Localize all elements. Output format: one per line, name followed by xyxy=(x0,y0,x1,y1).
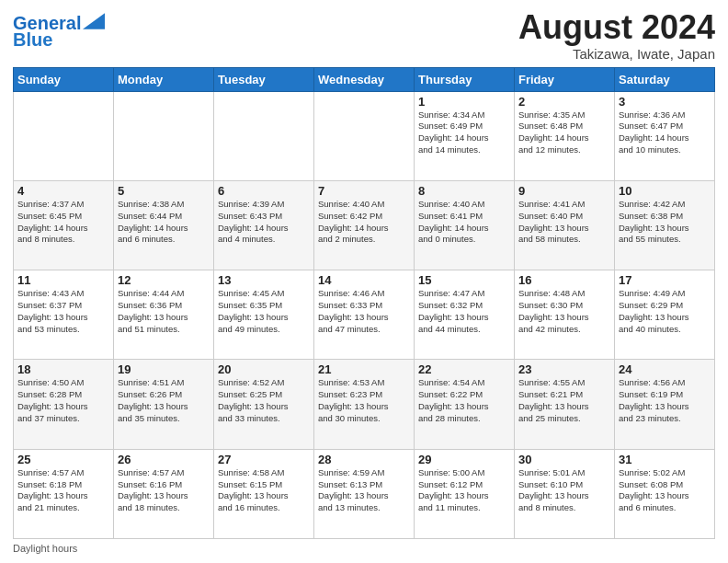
day-number: 7 xyxy=(318,184,410,198)
day-info: Sunrise: 4:43 AM Sunset: 6:37 PM Dayligh… xyxy=(17,288,109,335)
calendar-cell: 12Sunrise: 4:44 AM Sunset: 6:36 PM Dayli… xyxy=(114,270,214,360)
calendar-cell: 10Sunrise: 4:42 AM Sunset: 6:38 PM Dayli… xyxy=(615,180,715,270)
day-info: Sunrise: 4:57 AM Sunset: 6:16 PM Dayligh… xyxy=(118,467,210,514)
day-number: 22 xyxy=(418,362,510,376)
calendar-cell: 19Sunrise: 4:51 AM Sunset: 6:26 PM Dayli… xyxy=(114,360,214,449)
week-row-2: 11Sunrise: 4:43 AM Sunset: 6:37 PM Dayli… xyxy=(14,270,715,360)
calendar-cell: 24Sunrise: 4:56 AM Sunset: 6:19 PM Dayli… xyxy=(615,360,715,449)
day-number: 21 xyxy=(318,362,410,376)
day-header-friday: Friday xyxy=(515,67,615,91)
day-number: 23 xyxy=(518,362,610,376)
day-info: Sunrise: 4:47 AM Sunset: 6:32 PM Dayligh… xyxy=(418,288,510,335)
day-number: 2 xyxy=(518,95,610,109)
calendar-cell: 23Sunrise: 4:55 AM Sunset: 6:21 PM Dayli… xyxy=(515,360,615,449)
day-number: 24 xyxy=(619,362,711,376)
day-number: 8 xyxy=(418,184,510,198)
calendar-cell: 5Sunrise: 4:38 AM Sunset: 6:44 PM Daylig… xyxy=(114,180,214,270)
calendar-cell: 21Sunrise: 4:53 AM Sunset: 6:23 PM Dayli… xyxy=(314,360,415,449)
day-header-tuesday: Tuesday xyxy=(214,67,314,91)
day-info: Sunrise: 4:41 AM Sunset: 6:40 PM Dayligh… xyxy=(518,199,610,246)
day-number: 12 xyxy=(118,273,210,287)
calendar-cell: 11Sunrise: 4:43 AM Sunset: 6:37 PM Dayli… xyxy=(14,270,114,360)
day-header-saturday: Saturday xyxy=(615,67,715,91)
calendar-cell: 17Sunrise: 4:49 AM Sunset: 6:29 PM Dayli… xyxy=(615,270,715,360)
calendar-cell: 16Sunrise: 4:48 AM Sunset: 6:30 PM Dayli… xyxy=(515,270,615,360)
calendar-cell xyxy=(214,91,314,180)
day-info: Sunrise: 4:37 AM Sunset: 6:45 PM Dayligh… xyxy=(17,199,109,246)
calendar-cell: 20Sunrise: 4:52 AM Sunset: 6:25 PM Dayli… xyxy=(214,360,314,449)
day-number: 16 xyxy=(518,273,610,287)
calendar-cell: 26Sunrise: 4:57 AM Sunset: 6:16 PM Dayli… xyxy=(114,449,214,538)
day-info: Sunrise: 5:01 AM Sunset: 6:10 PM Dayligh… xyxy=(518,467,610,514)
day-info: Sunrise: 4:46 AM Sunset: 6:33 PM Dayligh… xyxy=(318,288,410,335)
week-row-4: 25Sunrise: 4:57 AM Sunset: 6:18 PM Dayli… xyxy=(14,449,715,538)
day-number: 10 xyxy=(619,184,711,198)
footer-note: Daylight hours xyxy=(13,543,715,554)
day-info: Sunrise: 4:39 AM Sunset: 6:43 PM Dayligh… xyxy=(218,199,310,246)
calendar-cell: 4Sunrise: 4:37 AM Sunset: 6:45 PM Daylig… xyxy=(14,180,114,270)
day-info: Sunrise: 4:53 AM Sunset: 6:23 PM Dayligh… xyxy=(318,377,410,424)
day-info: Sunrise: 4:51 AM Sunset: 6:26 PM Dayligh… xyxy=(118,377,210,424)
day-number: 1 xyxy=(418,95,510,109)
day-info: Sunrise: 4:45 AM Sunset: 6:35 PM Dayligh… xyxy=(218,288,310,335)
calendar: SundayMondayTuesdayWednesdayThursdayFrid… xyxy=(13,67,715,539)
calendar-cell: 1Sunrise: 4:34 AM Sunset: 6:49 PM Daylig… xyxy=(415,91,515,180)
calendar-cell: 28Sunrise: 4:59 AM Sunset: 6:13 PM Dayli… xyxy=(314,449,415,538)
day-info: Sunrise: 4:55 AM Sunset: 6:21 PM Dayligh… xyxy=(518,377,610,424)
day-number: 17 xyxy=(619,273,711,287)
day-number: 30 xyxy=(518,453,610,466)
header: General Blue August 2024 Takizawa, Iwate… xyxy=(13,9,715,62)
calendar-cell: 14Sunrise: 4:46 AM Sunset: 6:33 PM Dayli… xyxy=(314,270,415,360)
day-number: 6 xyxy=(218,184,310,198)
day-number: 14 xyxy=(318,273,410,287)
day-number: 5 xyxy=(118,184,210,198)
calendar-cell: 6Sunrise: 4:39 AM Sunset: 6:43 PM Daylig… xyxy=(214,180,314,270)
week-row-1: 4Sunrise: 4:37 AM Sunset: 6:45 PM Daylig… xyxy=(14,180,715,270)
day-info: Sunrise: 4:36 AM Sunset: 6:47 PM Dayligh… xyxy=(619,109,711,156)
day-info: Sunrise: 4:35 AM Sunset: 6:48 PM Dayligh… xyxy=(518,109,610,156)
calendar-cell: 15Sunrise: 4:47 AM Sunset: 6:32 PM Dayli… xyxy=(415,270,515,360)
day-number: 18 xyxy=(17,362,109,376)
calendar-cell: 25Sunrise: 4:57 AM Sunset: 6:18 PM Dayli… xyxy=(14,449,114,538)
day-number: 25 xyxy=(17,453,109,466)
calendar-cell xyxy=(114,91,214,180)
week-row-3: 18Sunrise: 4:50 AM Sunset: 6:28 PM Dayli… xyxy=(14,360,715,449)
day-number: 28 xyxy=(318,453,410,466)
day-number: 26 xyxy=(118,453,210,466)
calendar-cell: 13Sunrise: 4:45 AM Sunset: 6:35 PM Dayli… xyxy=(214,270,314,360)
calendar-cell: 18Sunrise: 4:50 AM Sunset: 6:28 PM Dayli… xyxy=(14,360,114,449)
main-title: August 2024 xyxy=(518,9,715,46)
day-number: 20 xyxy=(218,362,310,376)
day-info: Sunrise: 4:50 AM Sunset: 6:28 PM Dayligh… xyxy=(17,377,109,424)
day-header-wednesday: Wednesday xyxy=(314,67,415,91)
header-row: SundayMondayTuesdayWednesdayThursdayFrid… xyxy=(14,67,715,91)
day-info: Sunrise: 5:00 AM Sunset: 6:12 PM Dayligh… xyxy=(418,467,510,514)
day-info: Sunrise: 4:59 AM Sunset: 6:13 PM Dayligh… xyxy=(318,467,410,514)
day-number: 4 xyxy=(17,184,109,198)
week-row-0: 1Sunrise: 4:34 AM Sunset: 6:49 PM Daylig… xyxy=(14,91,715,180)
day-number: 13 xyxy=(218,273,310,287)
day-number: 19 xyxy=(118,362,210,376)
day-info: Sunrise: 4:38 AM Sunset: 6:44 PM Dayligh… xyxy=(118,199,210,246)
calendar-cell: 22Sunrise: 4:54 AM Sunset: 6:22 PM Dayli… xyxy=(415,360,515,449)
subtitle: Takizawa, Iwate, Japan xyxy=(518,46,715,62)
day-info: Sunrise: 5:02 AM Sunset: 6:08 PM Dayligh… xyxy=(619,467,711,514)
day-info: Sunrise: 4:44 AM Sunset: 6:36 PM Dayligh… xyxy=(118,288,210,335)
day-info: Sunrise: 4:34 AM Sunset: 6:49 PM Dayligh… xyxy=(418,109,510,156)
calendar-cell: 8Sunrise: 4:40 AM Sunset: 6:41 PM Daylig… xyxy=(415,180,515,270)
day-number: 15 xyxy=(418,273,510,287)
calendar-cell: 29Sunrise: 5:00 AM Sunset: 6:12 PM Dayli… xyxy=(415,449,515,538)
calendar-cell: 31Sunrise: 5:02 AM Sunset: 6:08 PM Dayli… xyxy=(615,449,715,538)
day-number: 29 xyxy=(418,453,510,466)
day-header-thursday: Thursday xyxy=(415,67,515,91)
day-info: Sunrise: 4:40 AM Sunset: 6:42 PM Dayligh… xyxy=(318,199,410,246)
logo-icon xyxy=(83,12,105,30)
calendar-cell xyxy=(14,91,114,180)
calendar-cell xyxy=(314,91,415,180)
calendar-cell: 3Sunrise: 4:36 AM Sunset: 6:47 PM Daylig… xyxy=(615,91,715,180)
day-info: Sunrise: 4:57 AM Sunset: 6:18 PM Dayligh… xyxy=(17,467,109,514)
day-header-sunday: Sunday xyxy=(14,67,114,91)
day-info: Sunrise: 4:49 AM Sunset: 6:29 PM Dayligh… xyxy=(619,288,711,335)
day-header-monday: Monday xyxy=(114,67,214,91)
day-info: Sunrise: 4:54 AM Sunset: 6:22 PM Dayligh… xyxy=(418,377,510,424)
